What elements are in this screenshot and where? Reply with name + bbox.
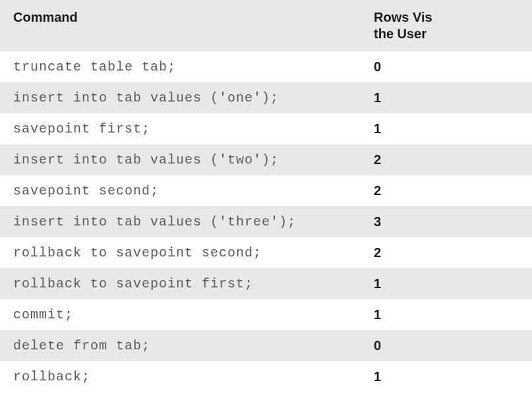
table-row: commit; 1 xyxy=(0,299,532,330)
command-cell: savepoint second; xyxy=(0,175,361,206)
value-cell: 2 xyxy=(361,175,532,206)
value-cell: 0 xyxy=(361,51,532,82)
value-cell: 2 xyxy=(361,237,532,268)
table-row: rollback; 1 xyxy=(0,361,532,392)
table-body: truncate table tab; 0 insert into tab va… xyxy=(0,51,532,392)
value-cell: 1 xyxy=(361,82,532,113)
table-row: savepoint first; 1 xyxy=(0,113,532,144)
table-row: delete from tab; 0 xyxy=(0,330,532,361)
command-cell: insert into tab values ('two'); xyxy=(0,144,361,175)
table-row: rollback to savepoint second; 2 xyxy=(0,237,532,268)
command-cell: rollback to savepoint second; xyxy=(0,237,361,268)
value-cell: 0 xyxy=(361,330,532,361)
table-row: rollback to savepoint first; 1 xyxy=(0,268,532,299)
command-cell: delete from tab; xyxy=(0,330,361,361)
table-row: insert into tab values ('one'); 1 xyxy=(0,82,532,113)
value-cell: 3 xyxy=(361,206,532,237)
table-header-row: Command Rows Vis the User xyxy=(0,0,532,51)
value-cell: 2 xyxy=(361,144,532,175)
command-cell: insert into tab values ('three'); xyxy=(0,206,361,237)
table-row: savepoint second; 2 xyxy=(0,175,532,206)
header-command: Command xyxy=(0,0,361,51)
command-cell: commit; xyxy=(0,299,361,330)
command-cell: rollback; xyxy=(0,361,361,392)
header-rows-visible: Rows Vis the User xyxy=(361,0,532,51)
sql-transaction-table: Command Rows Vis the User truncate table… xyxy=(0,0,532,392)
value-cell: 1 xyxy=(361,268,532,299)
command-cell: insert into tab values ('one'); xyxy=(0,82,361,113)
value-cell: 1 xyxy=(361,299,532,330)
table-row: truncate table tab; 0 xyxy=(0,51,532,82)
command-cell: truncate table tab; xyxy=(0,51,361,82)
header-rows-visible-line1: Rows Vis xyxy=(374,10,432,24)
header-rows-visible-line2: the User xyxy=(374,26,427,41)
value-cell: 1 xyxy=(361,361,532,392)
command-cell: savepoint first; xyxy=(0,113,361,144)
value-cell: 1 xyxy=(361,113,532,144)
command-cell: rollback to savepoint first; xyxy=(0,268,361,299)
table-row: insert into tab values ('three'); 3 xyxy=(0,206,532,237)
header-command-label: Command xyxy=(13,10,78,24)
table-row: insert into tab values ('two'); 2 xyxy=(0,144,532,175)
